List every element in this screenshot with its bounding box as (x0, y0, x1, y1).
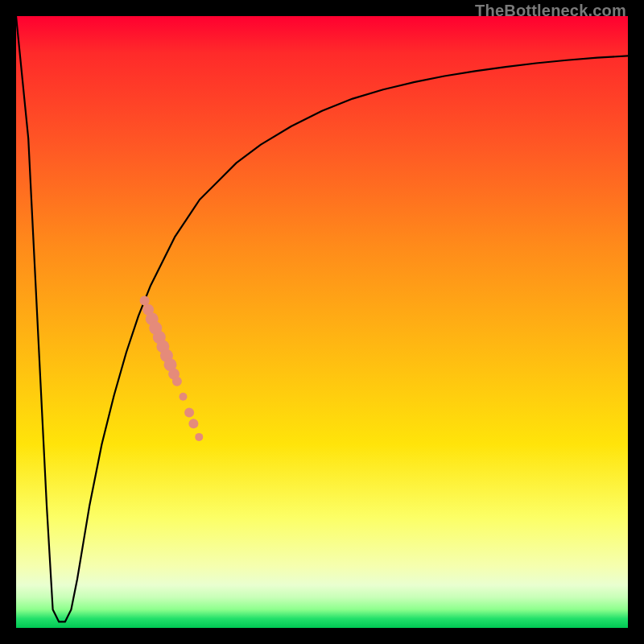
curve-layer (16, 16, 628, 628)
cluster-top-end (172, 377, 182, 386)
plot-area (16, 16, 628, 628)
attribution-text: TheBottleneck.com (475, 2, 626, 20)
mid-gap-dot (179, 393, 187, 401)
marker-group (140, 295, 204, 440)
tail-dot (195, 433, 203, 441)
chart-frame: TheBottleneck.com (0, 0, 644, 644)
lower-pair-a (184, 407, 194, 417)
lower-pair-b (188, 419, 198, 428)
cluster-top-start (140, 295, 150, 305)
bottleneck-curve (16, 16, 628, 621)
